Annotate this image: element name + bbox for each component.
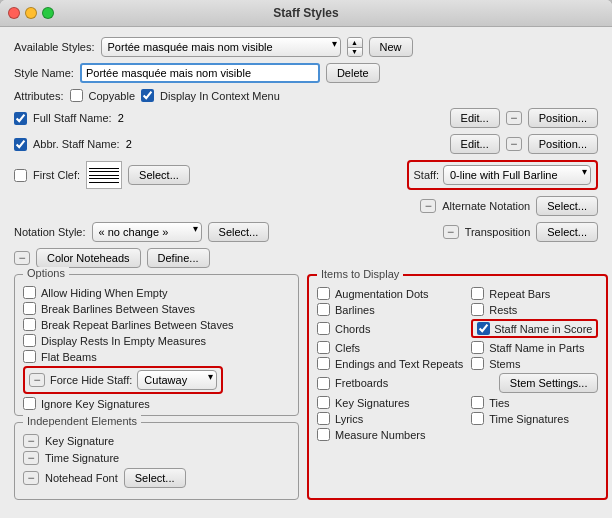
clefs-checkbox[interactable]	[317, 341, 330, 354]
independent-elements-box: Independent Elements − Key Signature − T…	[14, 422, 299, 500]
staff-select-wrapper[interactable]: 0-line with Full Barline	[443, 165, 591, 185]
notation-style-label: Notation Style:	[14, 226, 86, 238]
abbr-staff-name-minus[interactable]: −	[506, 137, 522, 151]
repeat-bars-checkbox[interactable]	[471, 287, 484, 300]
transposition-label: Transposition	[465, 226, 531, 238]
stepper-up[interactable]: ▲	[348, 38, 362, 48]
ignore-key-label: Ignore Key Signatures	[41, 398, 150, 410]
staff-select[interactable]: 0-line with Full Barline	[443, 165, 591, 185]
time-sigs-checkbox[interactable]	[471, 412, 484, 425]
options-box: Options Allow Hiding When Empty Break Ba…	[14, 274, 299, 416]
force-hide-minus[interactable]: −	[29, 373, 45, 387]
notehead-minus[interactable]: −	[23, 471, 39, 485]
force-hide-select-wrapper[interactable]: Cutaway	[137, 370, 217, 390]
time-signature-label: Time Signature	[45, 452, 119, 464]
allow-hiding-checkbox[interactable]	[23, 286, 36, 299]
alternate-notation-select-btn[interactable]: Select...	[536, 196, 598, 216]
measure-numbers-checkbox[interactable]	[317, 428, 330, 441]
break-barlines-checkbox[interactable]	[23, 302, 36, 315]
style-name-row: Style Name: Delete	[14, 63, 598, 83]
time-sig-minus[interactable]: −	[23, 451, 39, 465]
staff-icon	[86, 161, 122, 189]
break-repeat-label: Break Repeat Barlines Between Staves	[41, 319, 234, 331]
copyable-checkbox[interactable]	[70, 89, 83, 102]
new-button[interactable]: New	[369, 37, 413, 57]
available-styles-select-wrapper[interactable]: Portée masquée mais nom visible	[101, 37, 341, 57]
item-barlines: Barlines	[317, 303, 463, 316]
items-to-display-panel: Items to Display Augmentation Dots Repea…	[307, 274, 608, 500]
barlines-checkbox[interactable]	[317, 303, 330, 316]
flat-beams-checkbox[interactable]	[23, 350, 36, 363]
abbr-staff-name-position-btn[interactable]: Position...	[528, 134, 598, 154]
full-staff-name-edit-btn[interactable]: Edit...	[450, 108, 500, 128]
style-name-input[interactable]	[80, 63, 320, 83]
lyrics-checkbox[interactable]	[317, 412, 330, 425]
first-clef-checkbox[interactable]	[14, 169, 27, 182]
color-noteheads-btn[interactable]: Color Noteheads	[36, 248, 141, 268]
fretboards-checkbox[interactable]	[317, 377, 330, 390]
minimize-button[interactable]	[25, 7, 37, 19]
display-checkbox[interactable]	[141, 89, 154, 102]
notation-style-select-btn[interactable]: Select...	[208, 222, 270, 242]
alternate-notation-label: Alternate Notation	[442, 200, 530, 212]
ignore-key-checkbox[interactable]	[23, 397, 36, 410]
abbr-staff-name-label: Abbr. Staff Name:	[33, 138, 120, 150]
break-repeat-checkbox[interactable]	[23, 318, 36, 331]
delete-button[interactable]: Delete	[326, 63, 380, 83]
full-staff-name-minus[interactable]: −	[506, 111, 522, 125]
item-fretboards: Fretboards	[317, 373, 463, 393]
item-aug-dots: Augmentation Dots	[317, 287, 463, 300]
titlebar: Staff Styles	[0, 0, 612, 27]
option-break-barlines: Break Barlines Between Staves	[23, 302, 290, 315]
notehead-font-label: Notehead Font	[45, 472, 118, 484]
item-repeat-bars: Repeat Bars	[471, 287, 598, 300]
display-rests-checkbox[interactable]	[23, 334, 36, 347]
full-staff-name-position-btn[interactable]: Position...	[528, 108, 598, 128]
ties-checkbox[interactable]	[471, 396, 484, 409]
titlebar-buttons	[8, 7, 54, 19]
maximize-button[interactable]	[42, 7, 54, 19]
available-styles-select[interactable]: Portée masquée mais nom visible	[101, 37, 341, 57]
stems-checkbox[interactable]	[471, 357, 484, 370]
full-staff-name-checkbox[interactable]	[14, 112, 27, 125]
close-button[interactable]	[8, 7, 20, 19]
staff-name-parts-checkbox[interactable]	[471, 341, 484, 354]
full-staff-name-row: Full Staff Name: 2 Edit... − Position...	[14, 108, 598, 128]
available-styles-stepper[interactable]: ▲ ▼	[347, 37, 363, 57]
copyable-label: Copyable	[89, 90, 135, 102]
color-noteheads-minus[interactable]: −	[14, 251, 30, 265]
stem-settings-btn[interactable]: Stem Settings...	[499, 373, 599, 393]
transposition-select-btn[interactable]: Select...	[536, 222, 598, 242]
notation-style-select[interactable]: « no change »	[92, 222, 202, 242]
key-sigs-checkbox[interactable]	[317, 396, 330, 409]
endings-checkbox[interactable]	[317, 357, 330, 370]
notation-style-select-wrapper[interactable]: « no change »	[92, 222, 202, 242]
staff-name-score-label: Staff Name in Score	[494, 323, 592, 335]
alternate-notation-minus[interactable]: −	[420, 199, 436, 213]
key-sig-minus[interactable]: −	[23, 434, 39, 448]
abbr-staff-name-checkbox[interactable]	[14, 138, 27, 151]
abbr-staff-name-edit-btn[interactable]: Edit...	[450, 134, 500, 154]
ind-time-sig: − Time Signature	[23, 451, 290, 465]
available-styles-row: Available Styles: Portée masquée mais no…	[14, 37, 598, 57]
aug-dots-checkbox[interactable]	[317, 287, 330, 300]
rests-checkbox[interactable]	[471, 303, 484, 316]
staff-name-score-checkbox[interactable]	[477, 322, 490, 335]
item-key-sigs: Key Signatures	[317, 396, 463, 409]
options-title: Options	[23, 267, 69, 279]
staff-label: Staff:	[414, 169, 439, 181]
item-measure-numbers: Measure Numbers	[317, 428, 463, 441]
force-hide-select[interactable]: Cutaway	[137, 370, 217, 390]
stepper-down[interactable]: ▼	[348, 48, 362, 57]
flat-beams-label: Flat Beams	[41, 351, 97, 363]
first-clef-select-btn[interactable]: Select...	[128, 165, 190, 185]
item-rests: Rests	[471, 303, 598, 316]
notehead-select-btn[interactable]: Select...	[124, 468, 186, 488]
force-hide-row: − Force Hide Staff: Cutaway	[23, 366, 223, 394]
define-btn[interactable]: Define...	[147, 248, 210, 268]
transposition-minus[interactable]: −	[443, 225, 459, 239]
display-label: Display In Context Menu	[160, 90, 280, 102]
item-endings: Endings and Text Repeats	[317, 357, 463, 370]
chords-checkbox[interactable]	[317, 322, 330, 335]
independent-elements-title: Independent Elements	[23, 415, 141, 427]
